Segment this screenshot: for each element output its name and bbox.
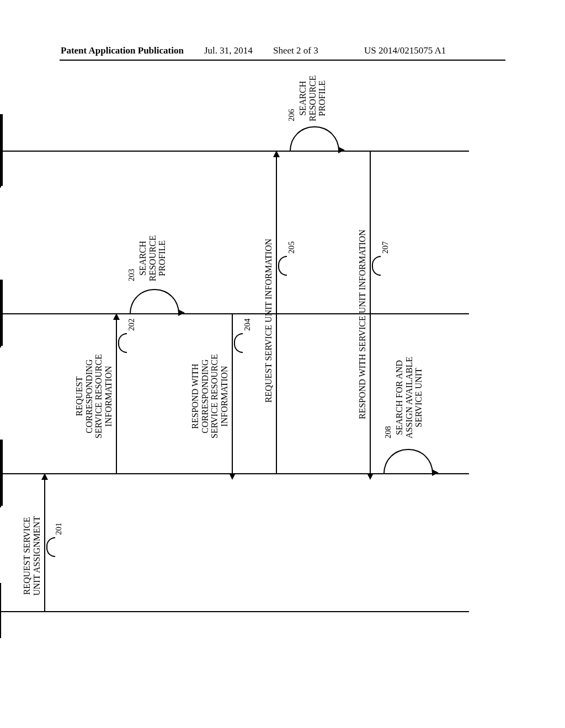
arc-207 [372, 256, 381, 276]
arc-203 [130, 289, 179, 313]
figure-stage: FIG. 2 CLIENT 10 LOAD BALANCER 150 SERVI… [11, 171, 552, 590]
arc-204 [234, 333, 243, 353]
arc-208 [383, 449, 433, 473]
step-203-num: 203 [127, 269, 136, 282]
msg-207-label: RESPOND WITH SERVICE UNIT INFORMATION [358, 229, 367, 419]
msg-203-arrow [178, 309, 185, 316]
msg-208-arrow [432, 469, 439, 476]
step-206-num: 206 [287, 109, 296, 122]
msg-207-arrow [367, 473, 374, 480]
step-202-num: 202 [127, 319, 136, 331]
step-207-num: 207 [381, 242, 390, 254]
msg-206-label: SEARCH RESOURCE PROFILE [298, 75, 327, 121]
msg-201-label: REQUEST SERVICE UNIT ASSIGNMENT [22, 516, 41, 596]
msg-202-arrow [113, 313, 120, 320]
step-204-num: 204 [243, 319, 252, 331]
msg-208-label: SEARCH FOR AND ASSIGN AVAILABLE SERVICE … [395, 357, 424, 438]
msg-201-arrow [41, 473, 48, 480]
msg-202-line [116, 314, 117, 473]
msg-204-label: RESPOND WITH CORRESPONDING SERVICE RESOU… [190, 354, 229, 438]
msg-204-arrow [229, 473, 236, 480]
lane-balancer-box: LOAD BALANCER [0, 441, 1, 507]
header-rule [60, 60, 505, 61]
header-pubno: US 2014/0215075 A1 [364, 45, 446, 56]
arc-205 [278, 256, 287, 276]
header-left: Patent Application Publication [61, 45, 184, 56]
figure-page: FIG. 2 CLIENT 10 LOAD BALANCER 150 SERVI… [72, 110, 491, 651]
msg-202-label: REQUEST CORRESPONDING SERVICE RESOURCE I… [74, 354, 113, 438]
msg-201-line [44, 474, 45, 611]
msg-205-arrow [273, 151, 280, 157]
arc-201 [46, 537, 55, 557]
msg-205-label: REQUEST SERVICE UNIT INFORMATION [264, 239, 274, 403]
step-208-num: 208 [383, 426, 393, 439]
lifeline-client [0, 611, 469, 612]
lifeline-platform [2, 313, 469, 314]
lane-platform-box: SERVICE PLATFORM [0, 281, 1, 347]
msg-206-arrow [338, 147, 345, 153]
msg-204-line [232, 314, 233, 473]
step-205-num: 205 [287, 242, 296, 254]
lane-processor-box: SERVICE PROCESSOR [0, 116, 1, 188]
arc-206 [290, 126, 339, 151]
lifeline-processor [2, 151, 469, 152]
msg-207-line [370, 152, 371, 473]
header-sheet: Sheet 2 of 3 [273, 45, 318, 56]
msg-203-label: SEARCH RESOURCE PROFILE [138, 235, 167, 281]
arc-202 [118, 333, 127, 353]
header-date: Jul. 31, 2014 [204, 45, 253, 56]
msg-205-line [276, 152, 277, 473]
step-201-num: 201 [54, 523, 63, 536]
